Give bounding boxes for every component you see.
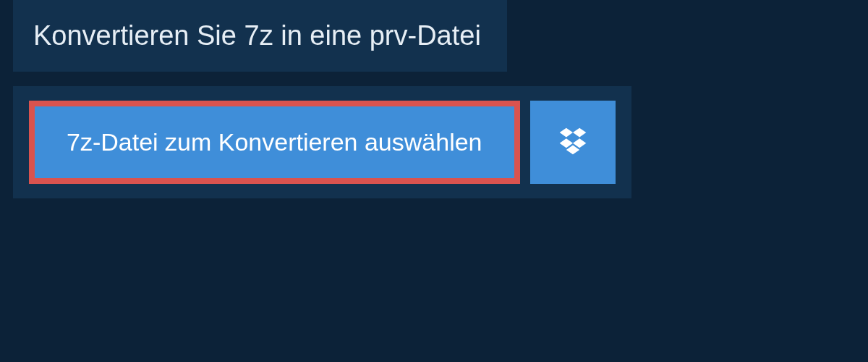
select-file-button[interactable]: 7z-Datei zum Konvertieren auswählen (29, 101, 520, 184)
page-title: Konvertieren Sie 7z in eine prv-Datei (33, 20, 481, 51)
upload-panel: 7z-Datei zum Konvertieren auswählen (13, 86, 631, 198)
dropbox-icon (557, 125, 589, 159)
title-bar: Konvertieren Sie 7z in eine prv-Datei (13, 0, 507, 72)
dropbox-button[interactable] (530, 101, 616, 184)
